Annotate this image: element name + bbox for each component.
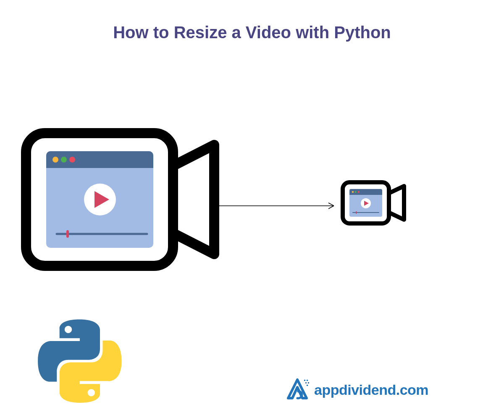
camera-small-icon [340, 180, 410, 228]
svg-rect-9 [66, 230, 69, 238]
brand-text: appdividend.com [314, 382, 428, 398]
brand-watermark: appdividend.com [286, 377, 428, 402]
svg-point-4 [52, 157, 58, 163]
video-window-large [46, 151, 153, 248]
video-window-small [349, 189, 382, 217]
svg-rect-23 [305, 382, 307, 383]
svg-rect-22 [307, 380, 308, 381]
svg-point-6 [69, 157, 75, 163]
svg-rect-24 [308, 382, 309, 383]
camera-large-icon [21, 128, 223, 273]
svg-point-17 [358, 191, 360, 193]
svg-point-5 [61, 157, 67, 163]
svg-rect-20 [356, 211, 357, 214]
svg-point-16 [355, 191, 357, 193]
svg-point-15 [352, 191, 354, 193]
page-title: How to Resize a Video with Python [0, 23, 504, 42]
svg-rect-3 [46, 164, 153, 168]
python-logo-icon [38, 319, 122, 405]
svg-rect-14 [349, 193, 382, 195]
svg-rect-25 [307, 385, 308, 386]
brand-logo-icon [286, 377, 311, 402]
svg-rect-21 [304, 380, 305, 381]
resize-arrow-icon [218, 202, 340, 202]
